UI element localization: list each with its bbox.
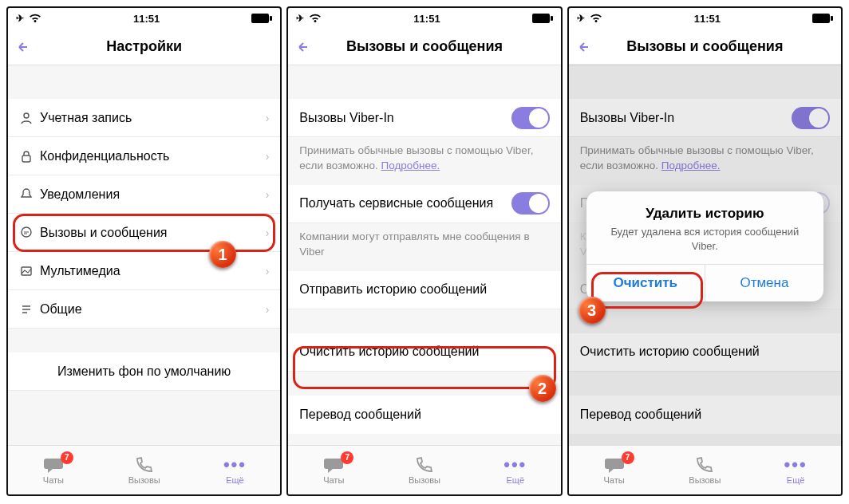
svg-rect-6	[532, 14, 550, 23]
airplane-icon: ✈	[577, 13, 585, 24]
service-messages-description: Компании могут отправлять мне сообщения …	[288, 223, 560, 271]
translate-messages-label: Перевод сообщений	[299, 408, 549, 422]
page-title: Вызовы и сообщения	[288, 38, 560, 55]
service-messages-toggle-row[interactable]: Получать сервисные сообщения	[288, 185, 560, 223]
settings-item-general[interactable]: Общие ›	[8, 290, 280, 329]
svg-rect-9	[831, 16, 833, 21]
settings-item-calls-messages[interactable]: Вызовы и сообщения ›	[8, 214, 280, 252]
tab-chats[interactable]: 7 Чаты	[288, 446, 379, 494]
tab-bar: 7 Чаты Вызовы ••• Ещё	[8, 445, 280, 494]
tab-chats[interactable]: 7 Чаты	[8, 446, 99, 494]
tab-label: Ещё	[787, 475, 805, 485]
learn-more-link[interactable]: Подробнее.	[381, 159, 440, 171]
wifi-icon	[309, 14, 322, 23]
back-button[interactable]	[16, 40, 30, 54]
tab-label: Чаты	[323, 475, 344, 485]
chevron-right-icon: ›	[266, 303, 270, 316]
nav-bar: Вызовы и сообщения	[569, 29, 841, 65]
svg-rect-3	[22, 156, 30, 162]
chats-badge: 7	[61, 451, 73, 464]
dialog-cancel-button[interactable]: Отмена	[705, 265, 823, 301]
svg-rect-0	[251, 14, 269, 23]
service-messages-toggle[interactable]	[511, 192, 550, 215]
more-tab-icon: •••	[223, 456, 247, 474]
calls-tab-icon	[695, 456, 714, 474]
list-icon	[19, 302, 40, 317]
battery-icon	[532, 14, 553, 23]
image-icon	[19, 264, 40, 278]
tab-more[interactable]: ••• Ещё	[750, 446, 841, 494]
send-history-row[interactable]: Отправить историю сообщений	[288, 271, 560, 309]
tab-more[interactable]: ••• Ещё	[190, 446, 281, 494]
screen-confirm-dialog: ✈ 11:51 Вызовы и сообщения Вызовы Viber-…	[567, 6, 843, 496]
chevron-right-icon: ›	[266, 112, 270, 124]
svg-rect-7	[551, 16, 553, 21]
tab-label: Вызовы	[409, 475, 440, 485]
dialog-message: Будет удалена вся история сообщений Vibe…	[601, 225, 809, 253]
change-default-background[interactable]: Изменить фон по умолчанию	[8, 352, 280, 391]
tab-bar: 7 Чаты Вызовы ••• Ещё	[288, 445, 560, 494]
settings-item-account[interactable]: Учетная запись ›	[8, 99, 280, 137]
airplane-icon: ✈	[296, 13, 304, 24]
nav-bar: Настройки	[8, 29, 280, 65]
tab-label: Чаты	[43, 475, 64, 485]
tab-more[interactable]: ••• Ещё	[470, 446, 561, 494]
chevron-right-icon: ›	[266, 150, 270, 163]
settings-item-privacy[interactable]: Конфиденциальность ›	[8, 137, 280, 175]
tab-label: Ещё	[226, 475, 244, 485]
translate-messages-row[interactable]: Перевод сообщений	[288, 396, 560, 434]
status-bar: ✈ 11:51	[8, 8, 280, 29]
viber-in-label: Вызовы Viber-In	[299, 111, 511, 125]
dialog-title: Удалить историю	[601, 206, 809, 222]
step-marker-2: 2	[529, 375, 556, 402]
send-history-label: Отправить историю сообщений	[299, 282, 549, 297]
tab-calls[interactable]: Вызовы	[99, 446, 190, 494]
battery-icon	[812, 14, 833, 23]
tab-bar: 7 Чаты Вызовы ••• Ещё	[569, 445, 841, 494]
tab-label: Вызовы	[128, 475, 160, 485]
tab-chats[interactable]: 7 Чаты	[569, 446, 660, 494]
settings-item-label: Уведомления	[40, 187, 266, 202]
back-button[interactable]	[296, 40, 310, 54]
wifi-icon	[29, 14, 41, 23]
tab-calls[interactable]: Вызовы	[659, 446, 750, 494]
chats-badge: 7	[622, 451, 634, 464]
calls-tab-icon	[415, 456, 434, 474]
page-title: Вызовы и сообщения	[569, 38, 841, 55]
clear-history-label: Очистить историю сообщений	[299, 345, 549, 359]
service-messages-label: Получать сервисные сообщения	[299, 196, 511, 211]
calls-tab-icon	[135, 456, 154, 474]
battery-icon	[251, 14, 272, 23]
dialog-confirm-button[interactable]: Очистить	[586, 265, 705, 301]
user-icon	[19, 111, 40, 125]
chevron-right-icon: ›	[266, 188, 270, 201]
status-time: 11:51	[694, 13, 721, 25]
step-marker-3: 3	[579, 297, 606, 324]
back-button[interactable]	[577, 40, 591, 54]
settings-item-label: Конфиденциальность	[40, 149, 266, 163]
clear-history-row[interactable]: Очистить историю сообщений	[288, 333, 560, 372]
more-tab-icon: •••	[503, 456, 527, 474]
viber-in-toggle[interactable]	[511, 107, 550, 129]
tab-calls[interactable]: Вызовы	[379, 446, 470, 494]
settings-item-label: Учетная запись	[40, 111, 266, 125]
delete-history-dialog: Удалить историю Будет удалена вся истори…	[586, 191, 823, 301]
svg-point-2	[24, 113, 29, 118]
chats-tab-icon: 7	[323, 456, 344, 474]
settings-content: Учетная запись › Конфиденциальность › Ув…	[8, 65, 280, 445]
chevron-right-icon: ›	[266, 226, 270, 239]
settings-item-notifications[interactable]: Уведомления ›	[8, 175, 280, 214]
tab-label: Вызовы	[689, 475, 721, 485]
chats-tab-icon: 7	[43, 456, 64, 474]
chats-badge: 7	[341, 451, 353, 464]
screen-settings: ✈ 11:51 Настройки Учетная запись › Конфи…	[6, 6, 282, 496]
settings-item-media[interactable]: Мультимедиа ›	[8, 252, 280, 290]
back-icon	[577, 40, 591, 54]
chat-icon	[19, 226, 40, 240]
viber-in-toggle-row[interactable]: Вызовы Viber-In	[288, 99, 560, 137]
screen-calls-messages: ✈ 11:51 Вызовы и сообщения Вызовы Viber-…	[286, 6, 562, 496]
tab-label: Чаты	[603, 475, 624, 485]
status-time: 11:51	[413, 13, 440, 25]
page-title: Настройки	[8, 38, 280, 55]
chevron-right-icon: ›	[266, 265, 270, 278]
